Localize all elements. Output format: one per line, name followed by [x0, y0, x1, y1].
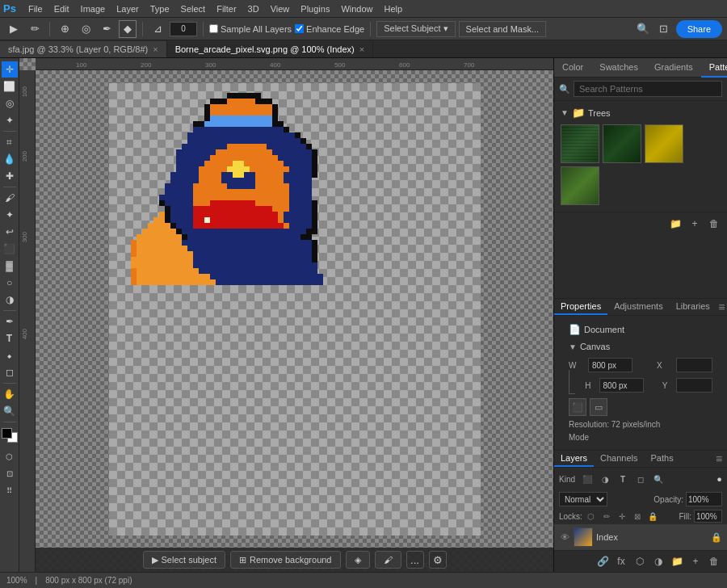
move-tool[interactable]: ✛ [2, 61, 18, 78]
select-subject-canvas-btn[interactable]: ▶ Select subject [143, 551, 225, 569]
crop-tool[interactable]: ⌗ [2, 134, 18, 150]
clone-stamp-tool[interactable]: ✦ [2, 207, 18, 223]
x-input[interactable] [676, 358, 712, 372]
add-folder-btn[interactable]: 📁 [667, 216, 683, 232]
tab-color[interactable]: Color [554, 58, 591, 78]
canvas-header[interactable]: ▼ Canvas [562, 338, 719, 355]
quick-mask-toggle[interactable]: ⬡ [2, 448, 18, 464]
pattern-thumb-4[interactable] [561, 166, 599, 205]
layers-menu-icon[interactable]: ≡ [711, 451, 727, 467]
tab-patterns[interactable]: Patterns [701, 58, 727, 78]
menu-help[interactable]: Help [379, 2, 409, 15]
delete-layer-btn[interactable]: 🗑 [706, 553, 722, 569]
opacity-input[interactable]: 100% [686, 492, 722, 506]
toolbar-discover-btn[interactable]: ⊡ [655, 20, 673, 38]
history-brush-tool[interactable]: ↩ [2, 224, 18, 240]
share-button[interactable]: Share [676, 20, 722, 38]
layer-style-btn[interactable]: fx [613, 553, 629, 569]
menu-plugins[interactable]: Plugins [295, 2, 335, 15]
menu-image[interactable]: Image [75, 2, 111, 15]
landscape-icon-btn[interactable]: ⬛ [569, 398, 586, 416]
tab-close-sfa[interactable]: × [153, 44, 158, 54]
fill-input[interactable] [694, 510, 722, 523]
sample-all-layers-checkbox[interactable] [209, 24, 218, 33]
filter-adj-btn[interactable]: ◑ [597, 471, 613, 487]
toolbar-angle-btn[interactable]: ⊿ [149, 20, 166, 38]
tab-adjustments[interactable]: Adjustments [607, 299, 670, 315]
lock-artboard-btn[interactable]: ✛ [616, 510, 628, 523]
new-group-btn[interactable]: 📁 [669, 553, 685, 569]
tab-layers[interactable]: Layers [554, 451, 594, 467]
delete-pattern-btn[interactable]: 🗑 [706, 216, 722, 232]
filter-smart-btn[interactable]: 🔍 [650, 471, 666, 487]
screen-mode-toggle[interactable]: ⊡ [2, 465, 18, 481]
lock-transparent-btn[interactable]: ⬡ [585, 510, 598, 523]
width-input[interactable]: 800 px [588, 358, 632, 372]
type-tool[interactable]: T [2, 330, 18, 346]
filter-pixel-btn[interactable]: ⬛ [579, 471, 595, 487]
zoom-tool[interactable]: 🔍 [2, 403, 18, 419]
lock-image-btn[interactable]: ✏ [600, 510, 613, 523]
layer-visibility-eye[interactable]: 👁 [559, 531, 570, 543]
toolbar-select-tool[interactable]: ▶ [5, 20, 23, 38]
magic-wand-tool[interactable]: ✦ [2, 112, 18, 128]
refine-edge-btn[interactable]: ◈ [346, 551, 370, 569]
add-pattern-btn[interactable]: + [687, 216, 703, 232]
extras-toggle[interactable]: ⠿ [2, 482, 18, 498]
toolbar-pen[interactable]: ✒ [98, 20, 116, 38]
tab-borne[interactable]: Borne_arcade_pixel.svg.png @ 100% (Index… [167, 41, 374, 57]
select-subject-btn[interactable]: Select Subject ▾ [376, 21, 455, 37]
toolbar-lasso[interactable]: ◎ [77, 20, 95, 38]
patterns-search-input[interactable] [574, 81, 722, 97]
properties-menu-icon[interactable]: ≡ [716, 299, 727, 315]
toolbar-magic-wand[interactable]: ⊕ [56, 20, 74, 38]
pattern-thumb-2[interactable] [603, 124, 641, 163]
foreground-color-swatch[interactable] [2, 428, 12, 439]
tab-close-borne[interactable]: × [359, 44, 364, 54]
tab-properties[interactable]: Properties [554, 299, 607, 315]
layer-mask-btn[interactable]: ⬡ [632, 553, 648, 569]
eraser-tool[interactable]: ⬛ [2, 241, 18, 257]
menu-window[interactable]: Window [335, 2, 378, 15]
select-mask-btn[interactable]: Select and Mask... [459, 21, 547, 37]
menu-select[interactable]: Select [175, 2, 212, 15]
link-layers-btn[interactable]: 🔗 [595, 553, 611, 569]
pixel-art-canvas[interactable] [109, 83, 481, 536]
tab-channels[interactable]: Channels [594, 451, 644, 467]
menu-edit[interactable]: Edit [48, 2, 75, 15]
shape-tool[interactable]: ◻ [2, 364, 18, 380]
remove-bg-btn[interactable]: ⊞ Remove background [230, 551, 341, 569]
new-layer-btn[interactable]: + [687, 553, 704, 569]
menu-3d[interactable]: 3D [242, 2, 265, 15]
pen-tool[interactable]: ✒ [2, 313, 18, 330]
portrait-icon-btn[interactable]: ▭ [590, 398, 607, 416]
filter-shape-btn[interactable]: ◻ [632, 471, 649, 487]
brush-overlay-btn[interactable]: 🖌 [375, 551, 401, 569]
toolbar-brush-tool[interactable]: ✏ [26, 20, 44, 38]
canvas-area[interactable]: 100 200 300 400 500 600 700 100 200 300 … [19, 58, 553, 572]
menu-view[interactable]: View [265, 2, 296, 15]
eyedropper-tool[interactable]: 💧 [2, 151, 18, 167]
menu-file[interactable]: File [23, 2, 48, 15]
y-input[interactable] [676, 378, 712, 393]
spot-heal-tool[interactable]: ✚ [2, 168, 18, 184]
height-input[interactable]: 800 px [599, 378, 644, 393]
brush-tool[interactable]: 🖌 [2, 190, 18, 206]
menu-filter[interactable]: Filter [211, 2, 242, 15]
more-options-btn[interactable]: ... [406, 551, 424, 569]
lock-all-btn[interactable]: 🔒 [646, 510, 659, 523]
tab-swatches[interactable]: Swatches [591, 58, 646, 78]
tab-paths[interactable]: Paths [645, 451, 680, 467]
select-rect-tool[interactable]: ⬜ [2, 78, 18, 94]
gradient-tool[interactable]: ▓ [2, 258, 18, 274]
pattern-thumb-1[interactable] [561, 124, 599, 163]
layer-item-index[interactable]: 👁 Index 🔒 [554, 524, 727, 550]
path-select-tool[interactable]: ⬥ [2, 347, 18, 363]
tab-gradients[interactable]: Gradients [646, 58, 701, 78]
pattern-thumb-3[interactable] [645, 124, 683, 163]
layer-filter-toggle[interactable]: ● [716, 474, 722, 484]
lasso-tool[interactable]: ◎ [2, 95, 18, 111]
menu-type[interactable]: Type [145, 2, 175, 15]
blur-tool[interactable]: ○ [2, 275, 18, 291]
dodge-tool[interactable]: ◑ [2, 292, 18, 308]
